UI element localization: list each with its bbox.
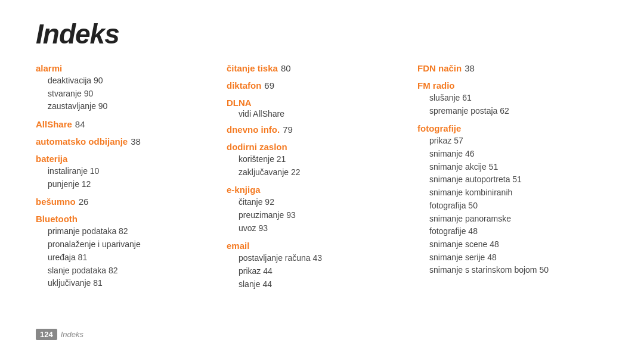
entry-title-automatsko-odbijanje: automatsko odbijanje: [36, 136, 128, 147]
list-item: slanje 44: [239, 278, 405, 291]
entry-title-fotografije: fotografije: [417, 123, 461, 133]
list-item: uređaja 81: [48, 251, 215, 264]
content-columns: alarmideaktivacija 90stvaranje 90zaustav…: [36, 63, 608, 297]
entry-section-dodirni-zaslon: dodirni zaslonkorištenje 21zaključavanje…: [227, 142, 405, 179]
list-item: preuzimanje 93: [239, 209, 405, 222]
column-2: čitanje tiska80diktafon69DLNAvidi AllSha…: [227, 63, 417, 297]
entry-number-diktafon: 69: [264, 80, 274, 91]
entry-section-e-knjiga: e-knjigačitanje 92preuzimanje 93uvoz 93: [227, 185, 405, 235]
list-item: stvaranje 90: [48, 88, 215, 101]
vidi-text-dlna: vidi AllShare: [239, 109, 405, 119]
entry-number-fdn-nacin: 38: [465, 63, 475, 73]
entry-title-e-knjiga: e-knjiga: [227, 185, 261, 195]
list-item: uvoz 93: [239, 222, 405, 235]
entry-title-dlna: DLNA: [227, 98, 252, 108]
entry-title-email: email: [227, 241, 249, 251]
entry-title-bluetooth: Bluetooth: [36, 214, 78, 224]
list-item: postavljanje računa 43: [239, 252, 405, 265]
entry-section-citanje-tiska: čitanje tiska80: [227, 63, 405, 74]
entry-section-diktafon: diktafon69: [227, 80, 405, 92]
list-item: snimanje akcije 51: [429, 161, 596, 174]
entry-title-fdn-nacin: FDN način: [417, 63, 462, 73]
entry-number-citanje-tiska: 80: [281, 63, 291, 73]
list-item: instaliranje 10: [48, 165, 215, 178]
list-item: snimanje panoramske: [429, 213, 596, 226]
page: Indeks alarmideaktivacija 90stvaranje 90…: [0, 0, 644, 349]
list-item: snimanje serije 48: [429, 251, 596, 264]
entry-title-alarmi: alarmi: [36, 63, 62, 73]
entry-title-dodirni-zaslon: dodirni zaslon: [227, 142, 287, 152]
entry-number-dnevno-info: 79: [283, 124, 293, 135]
entry-section-fotografije: fotografijeprikaz 57snimanje 46snimanje …: [417, 123, 596, 277]
footer: 124 Indeks: [36, 329, 83, 340]
list-item: fotografije 48: [429, 225, 596, 238]
entry-section-fm-radio: FM radioslušanje 61spremanje postaja 62: [417, 80, 596, 117]
entry-title-baterija: baterija: [36, 154, 67, 164]
sub-items-fotografije: prikaz 57snimanje 46snimanje akcije 51sn…: [429, 135, 596, 277]
list-item: punjenje 12: [48, 178, 215, 191]
sub-items-email: postavljanje računa 43prikaz 44slanje 44: [239, 252, 405, 291]
footer-label: Indeks: [61, 330, 83, 339]
entry-section-automatsko-odbijanje: automatsko odbijanje38: [36, 136, 215, 148]
entry-number-allshare: 84: [75, 119, 85, 129]
list-item: snimanje scene 48: [429, 238, 596, 251]
column-1: alarmideaktivacija 90stvaranje 90zaustav…: [36, 63, 227, 297]
list-item: pronalaženje i uparivanje: [48, 238, 215, 251]
entry-section-email: emailpostavljanje računa 43prikaz 44slan…: [227, 241, 405, 291]
sub-items-dodirni-zaslon: korištenje 21zaključavanje 22: [239, 153, 405, 179]
list-item: zaključavanje 22: [239, 166, 405, 179]
list-item: snimanje autoportreta 51: [429, 173, 596, 186]
sub-items-bluetooth: primanje podataka 82pronalaženje i upari…: [48, 225, 215, 289]
list-item: fotografija 50: [429, 200, 596, 213]
list-item: korištenje 21: [239, 153, 405, 166]
entry-section-alarmi: alarmideaktivacija 90stvaranje 90zaustav…: [36, 63, 215, 113]
entry-number-automatsko-odbijanje: 38: [131, 136, 141, 147]
list-item: prikaz 44: [239, 265, 405, 278]
list-item: čitanje 92: [239, 196, 405, 209]
sub-items-baterija: instaliranje 10punjenje 12: [48, 165, 215, 191]
entry-section-bluetooth: Bluetoothprimanje podataka 82pronalaženj…: [36, 214, 215, 289]
list-item: slušanje 61: [429, 92, 596, 105]
entry-number-besumno: 26: [79, 197, 89, 207]
entry-title-besumno: bešumno: [36, 197, 76, 207]
page-title: Indeks: [36, 18, 608, 50]
list-item: spremanje postaja 62: [429, 105, 596, 118]
entry-title-allshare: AllShare: [36, 119, 72, 129]
entry-title-dnevno-info: dnevno info.: [227, 124, 280, 135]
list-item: snimanje kombiniranih: [429, 186, 596, 200]
entry-section-allshare: AllShare84: [36, 119, 215, 130]
list-item: deaktivacija 90: [48, 74, 215, 88]
list-item: snimanje s starinskom bojom 50: [429, 264, 596, 277]
list-item: prikaz 57: [429, 135, 596, 148]
entry-title-fm-radio: FM radio: [417, 80, 455, 91]
entry-section-besumno: bešumno26: [36, 197, 215, 208]
entry-title-citanje-tiska: čitanje tiska: [227, 63, 278, 73]
entry-section-baterija: baterijainstaliranje 10punjenje 12: [36, 154, 215, 191]
list-item: primanje podataka 82: [48, 225, 215, 238]
list-item: snimanje 46: [429, 148, 596, 161]
entry-title-diktafon: diktafon: [227, 80, 261, 91]
column-3: FDN način38FM radioslušanje 61spremanje …: [417, 63, 608, 297]
sub-items-alarmi: deaktivacija 90stvaranje 90zaustavljanje…: [48, 74, 215, 113]
footer-page-number: 124: [36, 329, 57, 340]
entry-section-dnevno-info: dnevno info.79: [227, 124, 405, 136]
sub-items-e-knjiga: čitanje 92preuzimanje 93uvoz 93: [239, 196, 405, 235]
list-item: uključivanje 81: [48, 277, 215, 290]
list-item: zaustavljanje 90: [48, 100, 215, 113]
entry-section-fdn-nacin: FDN način38: [417, 63, 596, 74]
list-item: slanje podataka 82: [48, 264, 215, 278]
entry-section-dlna: DLNAvidi AllShare: [227, 98, 405, 119]
sub-items-fm-radio: slušanje 61spremanje postaja 62: [429, 92, 596, 117]
